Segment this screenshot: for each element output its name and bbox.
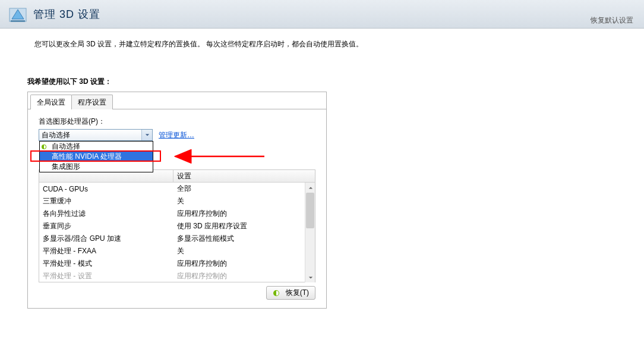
scrollbar-thumb[interactable] — [306, 193, 314, 228]
dropdown-item-label: 高性能 NVIDIA 处理器 — [52, 152, 122, 162]
scroll-down-icon[interactable] — [305, 272, 315, 282]
feature-cell: CUDA - GPUs — [39, 185, 173, 193]
setting-cell: 关 — [173, 246, 315, 256]
header-bar: 管理 3D 设置 恢复默认设置 — [0, 0, 644, 29]
blank-icon — [41, 153, 49, 161]
dropdown-item-integrated[interactable]: 集成图形 — [40, 162, 153, 172]
svg-rect-1 — [11, 20, 25, 22]
setting-cell: 全部 — [173, 184, 315, 194]
dropdown-item-nvidia[interactable]: 高性能 NVIDIA 处理器 — [40, 152, 153, 162]
table-row[interactable]: 平滑处理 - FXAA关 — [39, 245, 315, 257]
preferred-gpu-label: 首选图形处理器(P)： — [39, 117, 315, 127]
feature-cell: 三重缓冲 — [39, 196, 173, 206]
preferred-gpu-combo[interactable]: 自动选择 自动选择 高性能 NVIDIA 处理器 — [39, 129, 153, 141]
tab-spacer — [112, 95, 324, 109]
header-setting[interactable]: 设置 — [173, 171, 315, 181]
preferred-gpu-row: 自动选择 自动选择 高性能 NVIDIA 处理器 — [39, 129, 315, 141]
scrollbar[interactable] — [305, 183, 315, 282]
combo-value: 自动选择 — [42, 130, 70, 140]
dropdown-item-auto[interactable]: 自动选择 — [40, 142, 153, 152]
restore-button-row: 恢复(T) — [39, 286, 315, 300]
page-title: 管理 3D 设置 — [33, 7, 100, 21]
restore-button[interactable]: 恢复(T) — [266, 286, 315, 300]
table-row[interactable]: 多显示器/混合 GPU 加速多显示器性能模式 — [39, 232, 315, 245]
dropdown-item-label: 集成图形 — [52, 162, 80, 172]
table-row[interactable]: 平滑处理 - 设置应用程序控制的 — [39, 270, 315, 282]
manage-updates-link[interactable]: 管理更新… — [159, 130, 194, 140]
feature-cell: 多显示器/混合 GPU 加速 — [39, 234, 173, 244]
annotation-arrow-icon — [163, 149, 270, 164]
setting-cell: 应用程序控制的 — [173, 209, 315, 219]
blank-icon — [41, 164, 49, 171]
setting-cell: 多显示器性能模式 — [173, 234, 315, 244]
settings-table: 设置 CUDA - GPUs全部三重缓冲关各向异性过滤应用程序控制的垂直同步使用… — [39, 169, 315, 282]
nvidia-icon — [273, 290, 282, 297]
feature-cell: 各向异性过滤 — [39, 209, 173, 219]
feature-cell: 垂直同步 — [39, 221, 173, 231]
table-row[interactable]: 各向异性过滤应用程序控制的 — [39, 208, 315, 220]
setting-cell: 应用程序控制的 — [173, 271, 315, 281]
settings-panel: 全局设置 程序设置 首选图形处理器(P)： 自动选择 自动选择 — [27, 92, 327, 309]
preferred-gpu-dropdown: 自动选择 高性能 NVIDIA 处理器 集成图形 — [39, 141, 153, 172]
chevron-down-icon — [141, 130, 152, 140]
table-body: CUDA - GPUs全部三重缓冲关各向异性过滤应用程序控制的垂直同步使用 3D… — [39, 183, 315, 282]
nvidia-icon — [41, 143, 49, 150]
table-row[interactable]: CUDA - GPUs全部 — [39, 183, 315, 195]
section-label: 我希望使用以下 3D 设置： — [0, 56, 644, 87]
description-text: 您可以更改全局 3D 设置，并建立特定程序的置换值。 每次这些特定程序启动时，都… — [0, 29, 644, 56]
restore-button-label: 恢复(T) — [286, 288, 309, 298]
table-row[interactable]: 三重缓冲关 — [39, 195, 315, 208]
feature-cell: 平滑处理 - FXAA — [39, 246, 173, 256]
setting-cell: 使用 3D 应用程序设置 — [173, 221, 315, 231]
feature-cell: 平滑处理 - 设置 — [39, 271, 173, 281]
tab-program[interactable]: 程序设置 — [71, 95, 113, 109]
table-row[interactable]: 平滑处理 - 模式应用程序控制的 — [39, 257, 315, 270]
scroll-up-icon[interactable] — [305, 183, 315, 193]
feature-cell: 平滑处理 - 模式 — [39, 259, 173, 269]
tab-global[interactable]: 全局设置 — [30, 95, 72, 109]
table-row[interactable]: 垂直同步使用 3D 应用程序设置 — [39, 220, 315, 232]
tab-strip: 全局设置 程序设置 — [28, 92, 326, 109]
restore-defaults-link[interactable]: 恢复默认设置 — [591, 15, 633, 26]
nvidia-3d-icon — [8, 5, 27, 24]
tab-content: 首选图形处理器(P)： 自动选择 自动选择 高性能 NVIDI — [28, 109, 326, 308]
setting-cell: 应用程序控制的 — [173, 259, 315, 269]
setting-cell: 关 — [173, 196, 315, 206]
dropdown-item-label: 自动选择 — [52, 142, 80, 152]
